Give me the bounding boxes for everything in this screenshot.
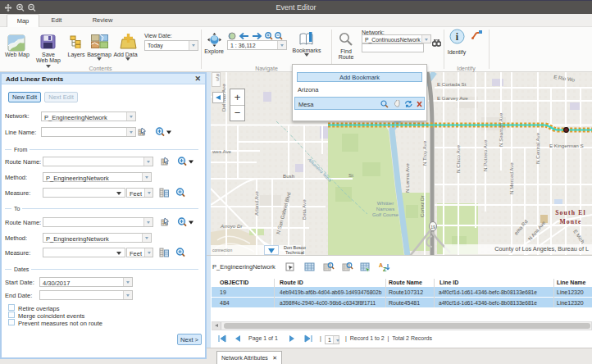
svg-text:N Seaman Ave: N Seaman Ave: [498, 112, 503, 147]
svg-text:E Kingerman S: E Kingerman S: [549, 143, 584, 148]
svg-text:N Central Ave: N Central Ave: [535, 132, 540, 164]
svg-text:Arroyo Dr: Arroyo Dr: [220, 223, 243, 229]
svg-text:County of Los Angeles, Bureau: County of Los Angeles, Bureau of L: [494, 245, 589, 253]
svg-text:Cortez Dr: Cortez Dr: [419, 196, 425, 217]
svg-text:wes Ave: wes Ave: [212, 148, 231, 154]
svg-text:Narrows: Narrows: [376, 207, 394, 212]
svg-text:N Merced Ave: N Merced Ave: [508, 162, 514, 194]
svg-text:E Cortada St: E Cortada St: [437, 81, 467, 87]
svg-text:St: St: [348, 172, 353, 178]
svg-text:Bush: Bush: [283, 173, 295, 179]
svg-text:E Garvey Ave: E Garvey Ave: [437, 95, 468, 101]
svg-text:Monte: Monte: [559, 218, 581, 225]
svg-text:19: 19: [430, 225, 435, 230]
svg-text:N Potrero Ave: N Potrero Ave: [482, 139, 488, 171]
svg-text:Beta Ave: Beta Ave: [301, 199, 307, 220]
svg-text:N Lerma Ave: N Lerma Ave: [404, 163, 410, 193]
svg-text:connection: connection: [212, 248, 232, 253]
svg-text:Golf Course: Golf Course: [372, 212, 399, 217]
svg-text:N Chico Ave: N Chico Ave: [455, 145, 461, 173]
svg-text:South El: South El: [555, 209, 586, 216]
svg-text:Arland Ave: Arland Ave: [253, 191, 259, 216]
svg-text:N Troy Ave: N Troy Ave: [421, 140, 427, 166]
svg-text:Whittier: Whittier: [377, 201, 394, 206]
